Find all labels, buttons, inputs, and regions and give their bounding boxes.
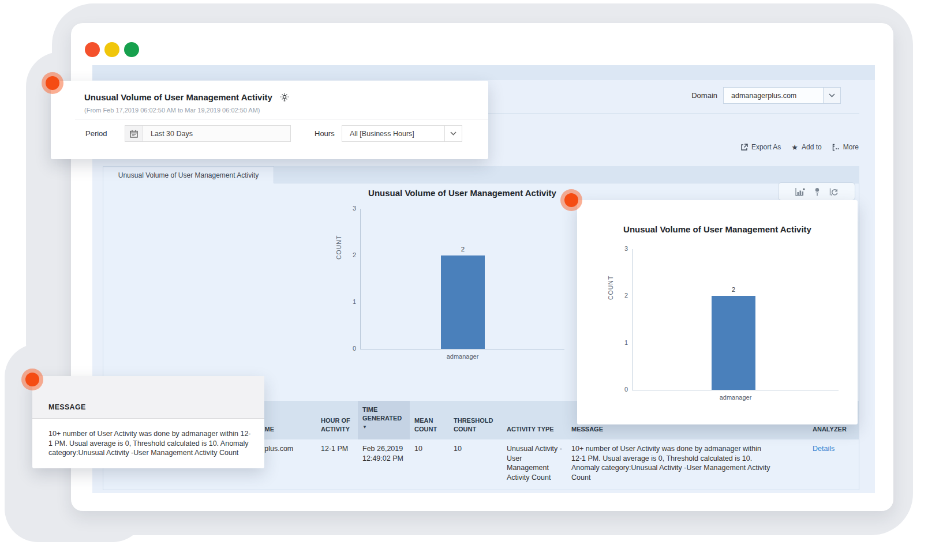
message-card-header: MESSAGE [32,376,264,419]
y-tick: 3 [616,245,628,252]
x-category-label: admanager [633,394,839,401]
bar-value-label: 2 [712,286,755,293]
period-label: Period [85,129,107,138]
report-actions: Export As ★ Add to More [698,142,859,152]
marketing-screenshot: Domain admanagerplus.com Export As ★ Add… [0,0,928,560]
period-value: Last 30 Days [143,130,193,138]
callout-dot [42,72,63,94]
chevron-down-icon [823,88,840,103]
cell-activity-type: Unusual Activity -User Management Activi… [507,444,562,482]
chart-zoom-callout-card: Unusual Volume of User Management Activi… [577,200,858,424]
domain-select-value: admanagerplus.com [724,92,823,100]
hours-value: All [Business Hours] [342,130,414,138]
hours-label: Hours [315,129,335,138]
bar-chart-zoom: COUNT 3 2 1 0 2 admanager [632,249,839,390]
domain-label: Domain [664,91,717,100]
y-tick: 2 [616,292,628,299]
cell-threshold-count: 10 [454,444,494,454]
export-as-label: Export As [751,143,781,151]
bar-chart-main: COUNT 3 2 1 0 2 admanager [360,209,564,349]
export-icon [740,144,748,151]
report-header-band [92,65,875,80]
column-header-mean-count[interactable]: MEAN COUNT [414,401,450,439]
insight-bulb-icon [280,93,289,102]
y-tick: 0 [616,386,628,393]
period-input[interactable]: Last 30 Days [125,125,291,142]
y-axis-label: COUNT [334,208,343,260]
column-header-threshold-count[interactable]: THRESHOLD COUNT [454,401,501,439]
window-minimize-button[interactable] [104,42,119,57]
column-header-hour-of-activity[interactable]: HOUR OF ACTIVITY [321,401,354,439]
more-label: More [843,143,859,151]
bar-value-label: 2 [441,246,485,253]
export-as-button[interactable]: Export As [740,143,781,151]
card-divider [75,119,488,119]
chart-title: Unusual Volume of User Management Activi… [341,188,583,198]
details-link[interactable]: Details [813,444,853,454]
chart-title: Unusual Volume of User Management Activi… [577,224,858,234]
cell-hour-of-activity: 12-1 PM [321,444,356,454]
more-button[interactable]: More [832,143,859,151]
cell-mean-count: 10 [414,444,443,454]
report-date-range: (From Feb 17,2019 06:02:50 AM to Mar 19,… [84,107,260,114]
report-title: Unusual Volume of User Management Activi… [84,92,272,102]
x-category-label: admanager [361,353,564,360]
hours-select[interactable]: All [Business Hours] [342,125,462,142]
chart-toolbar [778,182,855,201]
refresh-icon[interactable] [829,187,838,196]
y-axis-label: COUNT [606,248,615,300]
message-card-body: 10+ number of User Activity was done by … [48,429,252,458]
cell-message: 10+ number of User Activity was done by … [571,444,772,482]
add-to-label: Add to [802,143,822,151]
window-close-button[interactable] [85,42,100,57]
add-to-button[interactable]: ★ Add to [791,143,821,151]
y-tick: 3 [345,205,356,212]
callout-dot [560,189,582,211]
tab-label: Unusual Volume of User Management Activi… [118,171,259,179]
more-icon [832,144,840,151]
window-zoom-button[interactable] [124,42,139,57]
message-callout-card: MESSAGE 10+ number of User Activity was … [32,376,264,468]
pin-icon[interactable] [814,187,821,196]
bar-admanager[interactable]: 2 [712,296,755,390]
cell-time-generated: Feb 26,2019 12:49:02 PM [362,444,414,463]
calendar-icon [125,126,143,141]
bar-admanager[interactable]: 2 [441,255,485,349]
column-header-time-generated[interactable]: TIME GENERATED ▼ [358,401,410,439]
column-header-label: TIME GENERATED [362,405,410,423]
y-tick: 2 [345,251,356,258]
sort-desc-icon: ▼ [362,424,367,431]
domain-select[interactable]: admanagerplus.com [723,87,841,104]
column-header-activity-type[interactable]: ACTIVITY TYPE [507,401,570,439]
star-icon: ★ [791,144,798,151]
tab-unusual-volume[interactable]: Unusual Volume of User Management Activi… [103,166,274,183]
filter-callout-card: Unusual Volume of User Management Activi… [51,81,488,159]
add-chart-icon[interactable] [795,187,805,196]
y-tick: 1 [345,298,356,305]
chevron-down-icon [444,126,462,141]
callout-dot [21,369,43,390]
y-tick: 0 [345,345,356,352]
y-tick: 1 [616,339,628,346]
